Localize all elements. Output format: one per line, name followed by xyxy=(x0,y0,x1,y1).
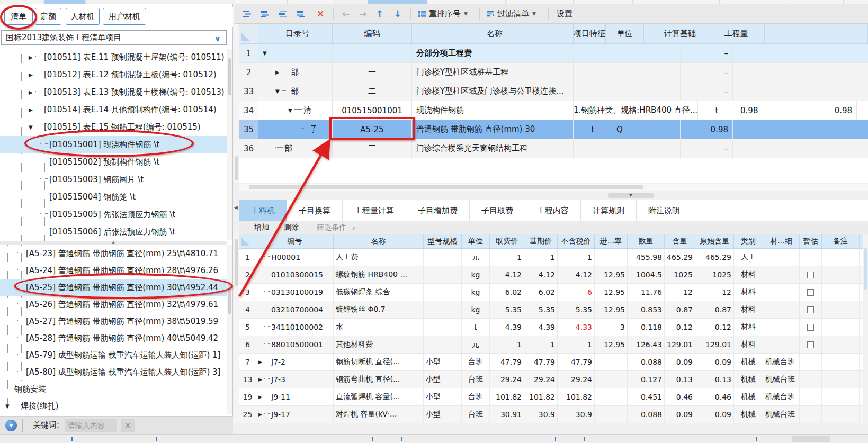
table-row[interactable]: 2▶部一门诊楼Y型柱区域桩基工程– xyxy=(239,63,868,82)
move-down-icon[interactable]: ↓ xyxy=(391,4,404,23)
estimate-checkbox[interactable] xyxy=(807,289,814,296)
detail-tab-2[interactable]: 子目换算 xyxy=(287,200,343,221)
collapse-icon[interactable]: ▼ xyxy=(263,50,269,56)
forward-icon[interactable]: → xyxy=(356,4,369,23)
left-scrollbar[interactable] xyxy=(227,49,232,240)
tree-item[interactable]: [A5-23] 普通钢筋 带肋钢筋 直径(mm) 25\t\4810.71 xyxy=(0,245,227,262)
tree-item[interactable]: ▶[010511] 表E.11 预制混凝土屋架(编号: 010511) xyxy=(0,49,227,66)
table-row[interactable]: 36部三门诊综合楼采光天窗钢结构工程– xyxy=(239,139,868,158)
table-row[interactable]: 13▶J7-3钢筋弯曲机 直径(...小型台班29.2429.2429.240.… xyxy=(239,371,868,388)
detail-tab-7[interactable]: 计算规则 xyxy=(581,200,637,221)
detail-tab-6[interactable]: 工程内容 xyxy=(525,200,581,221)
detail-tab-4[interactable]: 子目增加费 xyxy=(406,200,470,221)
tree-item[interactable]: ▶[010512] 表E.12 预制混凝土板(编号: 010512) xyxy=(0,66,227,84)
back-icon[interactable]: ← xyxy=(339,4,352,23)
expand-icon[interactable]: ▶ xyxy=(258,412,264,417)
column-header[interactable]: 目录号 xyxy=(258,24,333,43)
column-header[interactable]: 不含税价 xyxy=(558,234,595,248)
document-tab-stub[interactable] xyxy=(235,0,288,4)
filter-conditions-button[interactable]: 筛选条件 ∨ xyxy=(317,223,355,232)
labor-mode-button[interactable]: 人材机 xyxy=(66,8,100,25)
tree-item[interactable]: [A5-24] 普通钢筋 带肋钢筋 直径(mm) 28\t\4976.26 xyxy=(0,262,227,279)
column-header[interactable]: 单位 xyxy=(606,24,644,43)
delete-row-icon[interactable]: ✕ xyxy=(314,4,327,23)
table-row[interactable]: 35子A5-25普通钢筋 带肋钢筋 直径(mm) 30tQ0.98 xyxy=(239,120,868,139)
expand-icon[interactable]: ▶ xyxy=(258,377,264,382)
column-header[interactable]: 原始含量 xyxy=(695,234,734,248)
table-row[interactable]: 688010500001其他材料费元11112.95126.43129.0112… xyxy=(239,336,868,354)
column-header[interactable]: 项目特征 xyxy=(574,24,606,43)
document-tab-stub[interactable] xyxy=(289,0,334,4)
column-header[interactable]: 类别 xyxy=(734,234,763,248)
insert-child-row-icon[interactable] xyxy=(260,4,273,23)
estimate-checkbox[interactable] xyxy=(807,272,814,278)
expand-icon[interactable]: ▶ xyxy=(275,69,282,75)
column-header[interactable]: 含量 xyxy=(665,234,695,248)
detail-vertical-scrollbar[interactable] xyxy=(863,234,868,423)
left-tab-stub-active[interactable] xyxy=(44,0,86,4)
column-header[interactable]: 进...率 xyxy=(595,234,628,248)
grid-scrollbar[interactable] xyxy=(234,234,239,423)
renumber-button[interactable]: 重排序号▼ xyxy=(418,4,468,23)
detail-splitter[interactable]: ▼ xyxy=(235,192,868,199)
quota-mode-button[interactable]: 定额 xyxy=(35,8,61,25)
expand-icon[interactable]: ▶ xyxy=(258,359,264,365)
document-tab-stub[interactable] xyxy=(721,0,784,4)
list-mode-button[interactable]: 清单 xyxy=(4,8,33,25)
column-header[interactable]: 计算基础 xyxy=(644,24,712,43)
tree-item[interactable]: [A5-28] 普通钢筋 带肋钢筋 直径(mm) 40\t\5049.42 xyxy=(0,330,227,347)
expand-icon[interactable]: ▶ xyxy=(29,101,35,119)
table-row[interactable]: 7▶J7-2钢筋切断机 直径(...小型台班47.7947.7947.790.0… xyxy=(239,354,868,371)
tree-item[interactable]: 钢筋安装 xyxy=(0,381,227,397)
settings-button[interactable]: 设置 xyxy=(557,4,572,23)
column-header[interactable]: 编号 xyxy=(256,234,334,248)
column-header[interactable]: 暂估 xyxy=(800,234,822,248)
tree-item[interactable]: [010515004] 钢筋笼 \t xyxy=(0,188,227,206)
column-header[interactable]: 编码 xyxy=(333,24,412,43)
horizontal-scrollbar[interactable] xyxy=(239,184,868,191)
detail-tab-8[interactable]: 附注说明 xyxy=(637,200,692,221)
tree-item[interactable]: [A5-27] 普通钢筋 带肋钢筋 直径(mm) 38\t\5019.59 xyxy=(0,313,227,330)
column-header[interactable]: 名称 xyxy=(334,234,424,248)
collapse-icon[interactable]: ▼ xyxy=(288,107,294,113)
splitter-handle[interactable]: ▼ xyxy=(608,193,654,198)
insert-row-icon[interactable] xyxy=(242,4,255,23)
outdent-row-icon[interactable] xyxy=(278,4,291,23)
tree-item[interactable]: [010515003] 钢筋网片 \t xyxy=(0,171,227,188)
table-row[interactable]: 303130100019低碳钢焊条 综合kg6.026.02612.9511.7… xyxy=(239,284,868,301)
scrollbar-thumb[interactable] xyxy=(249,185,643,189)
tree-item[interactable]: ▶[010514] 表E.14 其他预制构件(编号: 010514) xyxy=(0,101,227,119)
tree-item[interactable]: [010515002] 预制构件钢筋 \t xyxy=(0,153,227,171)
table-row[interactable]: 25▶J9-17对焊机 容量(kV·...小型台班30.9130.930.90.… xyxy=(239,406,868,423)
column-header[interactable]: 名称 xyxy=(412,24,574,43)
collapse-left-icon[interactable]: ◀ xyxy=(234,203,239,212)
detail-tab-5[interactable]: 子目取费 xyxy=(470,200,525,221)
table-row[interactable]: 534110100002水t4.394.394.3330.1180.120.12… xyxy=(239,319,868,336)
detail-tab-3[interactable]: 工程量计算 xyxy=(343,200,406,221)
column-header[interactable]: 型号规格 xyxy=(424,234,462,248)
tree-item[interactable]: ▼焊接(绑扎) xyxy=(0,397,227,414)
column-header[interactable]: 基期价 xyxy=(524,234,558,248)
document-tab-stub[interactable] xyxy=(634,0,720,4)
tree-item[interactable]: [010515001] 现浇构件钢筋 \t xyxy=(0,136,227,153)
document-tab-stub[interactable] xyxy=(575,0,633,4)
scrollbar-thumb[interactable] xyxy=(864,248,867,290)
keyword-input[interactable] xyxy=(65,419,117,432)
tree-item[interactable]: [010515006] 后张法预应力钢筋 \t xyxy=(0,223,227,241)
tree-item[interactable]: [A5-80] 成型钢筋运输 载重汽车运输人装人卸(运距) 3] xyxy=(0,364,227,381)
expand-icon[interactable]: ▶ xyxy=(29,66,35,84)
table-row[interactable]: 1▼分部分项工程费– xyxy=(239,44,868,63)
document-tab-stub[interactable] xyxy=(785,0,844,4)
tree-item[interactable]: ▶[010513] 表E.13 预制混凝土楼梯(编号: 010513) xyxy=(0,84,227,101)
indent-row-icon[interactable] xyxy=(296,4,309,23)
detail-tab-1[interactable]: 工料机 xyxy=(239,200,287,221)
tree-item[interactable]: [A5-25] 普通钢筋 带肋钢筋 直径(mm) 30\t\4952.44 xyxy=(0,279,227,296)
expand-icon[interactable]: ▶ xyxy=(29,84,35,101)
document-tab-stub[interactable] xyxy=(507,0,574,4)
table-row[interactable]: 33▼部二门诊楼Y型柱区域及门诊楼与公卫楼连接...– xyxy=(239,82,868,101)
move-up-icon[interactable]: ↑ xyxy=(373,4,386,23)
document-tab-stub[interactable] xyxy=(845,0,868,4)
left-scrollbar[interactable] xyxy=(227,245,232,414)
collapse-icon[interactable]: ▼ xyxy=(5,398,12,415)
tree-item[interactable]: [A5-79] 成型钢筋运输 载重汽车运输人装人卸(运距) 1] xyxy=(0,347,227,364)
